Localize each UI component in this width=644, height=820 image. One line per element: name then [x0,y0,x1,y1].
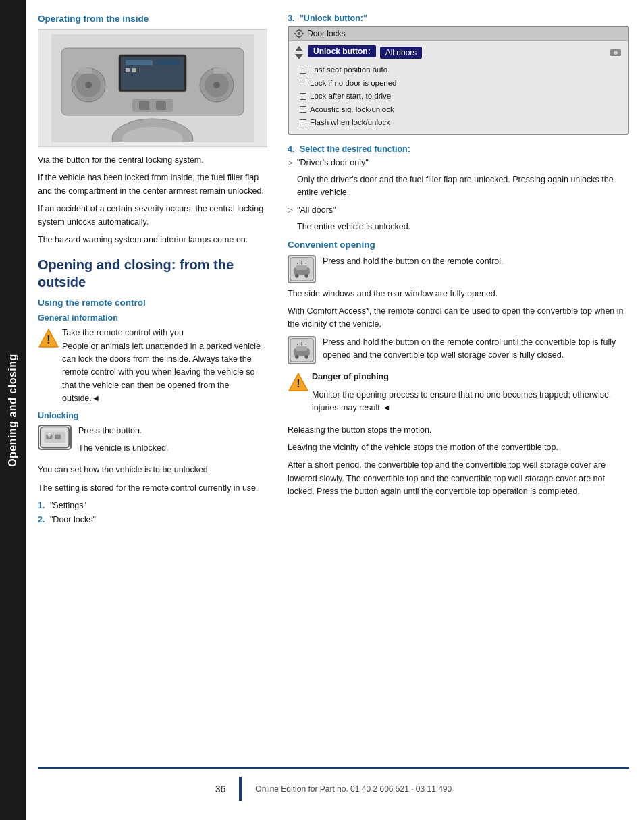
convenient-icon-row: Press and hold the button on the remote … [288,255,629,283]
svg-rect-16 [78,68,92,74]
warning-text: Take the remote control with you People … [62,327,267,405]
page-number: 36 [215,784,226,794]
unlocking-heading: Unlocking [38,411,267,420]
danger-box: ! Danger of pinching Monitor the opening… [288,371,629,419]
step-3-text: "Unlock button:" [300,13,367,23]
vehicle-unlocked-text: The vehicle is unlocked. [78,442,267,455]
para4: The hazard warning system and interior l… [38,234,267,246]
svg-rect-26 [55,434,61,439]
convenient-icon [288,255,316,283]
danger-text: Monitor the opening process to ensure th… [312,389,629,415]
press-button-text: Press the button. [78,425,267,437]
big-title: Opening and closing: from the outside [38,256,267,291]
svg-point-30 [298,32,300,35]
step-4: 4. Select the desired function: "Driver'… [288,144,629,234]
option-1: Last seat position auto. [300,63,622,77]
svg-point-42 [295,274,298,277]
setting-stored-text: The setting is stored for the remote con… [38,482,267,495]
step-4-text: Select the desired function: [300,144,410,154]
footer-text: Online Edition for Part no. 01 40 2 606 … [255,784,452,794]
small-icon [609,47,622,58]
svg-rect-5 [156,60,180,65]
step-2: 2. "Door locks" [38,514,267,526]
svg-rect-31 [298,29,300,31]
door-locks-titlebar: Door locks [289,27,628,41]
svg-rect-41 [296,265,307,269]
leaving-text: Leaving the vicinity of the vehicle stop… [288,441,629,454]
all-doors-desc: The entire vehicle is unlocked. [297,221,629,234]
svg-marker-35 [295,46,303,51]
svg-rect-34 [302,33,304,34]
convenient-text: Press and hold the button on the remote … [323,255,629,273]
danger-text-block: Danger of pinching Monitor the opening p… [312,371,629,419]
side-tab: Opening and closing [0,0,26,820]
checkbox-1 [300,67,306,74]
second-convenient-icon [288,336,316,364]
nav-up-icon [294,45,304,52]
release-text: Releasing the button stops the motion. [288,424,629,437]
right-column: 3. "Unlock button:" [288,13,629,760]
svg-point-50 [295,355,298,358]
convenient-heading: Convenient opening [288,240,629,250]
set-how-text: You can set how the vehicle is to be unl… [38,464,267,476]
step-1-text: "Settings" [50,501,86,510]
door-locks-title: Door locks [307,29,346,38]
main-content: Operating from the inside [26,0,644,820]
door-locks-highlight: Unlock button: [308,45,376,57]
final-text: After a short period, the convertible to… [288,459,629,498]
step-2-text: "Door locks" [50,515,96,524]
side-tab-label: Opening and closing [7,354,19,467]
svg-rect-17 [213,68,227,74]
checkbox-4 [300,106,306,113]
step-1-num: 1. [38,501,45,510]
step-4-num: 4. [288,144,294,154]
step-1: 1. "Settings" [38,499,267,512]
svg-point-38 [614,51,618,55]
svg-point-10 [85,82,92,88]
svg-text:!: ! [296,378,300,389]
danger-icon: ! [288,371,306,390]
door-locks-box: Door locks [288,26,629,135]
option-drivers-door: "Driver's door only" [297,157,629,169]
svg-rect-19 [139,101,149,110]
checkbox-2 [300,80,306,86]
step-3: 3. "Unlock button:" [288,13,629,135]
footer-divider [239,777,242,801]
svg-rect-4 [126,60,153,65]
convenient-para1: Press and hold the button on the remote … [323,255,629,268]
remote-key-icon [38,425,72,450]
columns: Operating from the inside [38,13,629,760]
all-doors-list: "All doors" [297,204,629,217]
svg-rect-33 [294,33,296,34]
warning-icon: ! [38,327,57,346]
option-2: Lock if no door is opened [300,77,622,90]
convenient-para2: The side windows and the rear window are… [288,288,629,300]
danger-title: Danger of pinching [312,371,629,383]
convenient-para4: Press and hold the button on the remote … [323,336,629,362]
para2: If the vehicle has been locked from insi… [38,171,267,198]
using-remote-heading: Using the remote control [38,298,267,308]
svg-marker-36 [295,54,303,59]
svg-rect-20 [156,101,166,110]
para1: Via the button for the central locking s… [38,154,267,167]
option-all-doors: "All doors" [297,204,629,217]
page-footer: 36 Online Edition for Part no. 01 40 2 6… [38,767,629,807]
svg-rect-18 [132,99,173,112]
car-dashboard-image [38,29,267,147]
step-3-num: 3. "Unlock button:" [288,13,629,23]
nav-arrows [294,45,304,60]
unlock-text: Press the button. The vehicle is unlocke… [78,425,267,460]
svg-text:!: ! [47,334,50,346]
general-info-heading: General information [38,313,267,323]
door-locks-tab: All doors [380,47,423,59]
dashboard-svg [51,34,254,142]
unlock-icon-row: Press the button. The vehicle is unlocke… [38,425,267,460]
checkbox-5 [300,119,306,126]
step-3-num-label: 3. [288,13,294,23]
svg-point-43 [305,274,308,277]
convenient-para3: With Comfort Access*, the remote control… [288,305,629,331]
left-column: Operating from the inside [38,13,267,760]
option-5: Flash when lock/unlock [300,116,622,130]
para3: If an accident of a certain severity occ… [38,202,267,229]
step-2-num: 2. [38,515,45,524]
